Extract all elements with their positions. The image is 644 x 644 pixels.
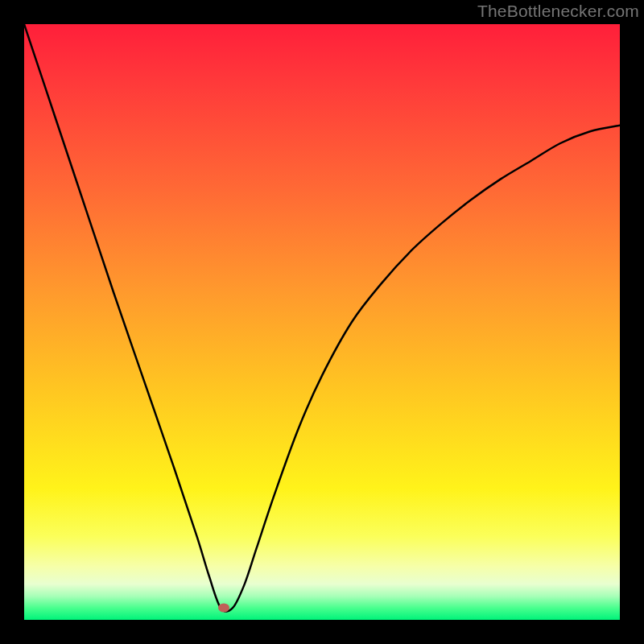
bottleneck-curve [24,24,620,620]
chart-frame: TheBottlenecker.com [0,0,644,644]
optimal-point-marker [218,604,229,613]
plot-area [24,24,620,620]
watermark-text: TheBottlenecker.com [477,2,639,21]
